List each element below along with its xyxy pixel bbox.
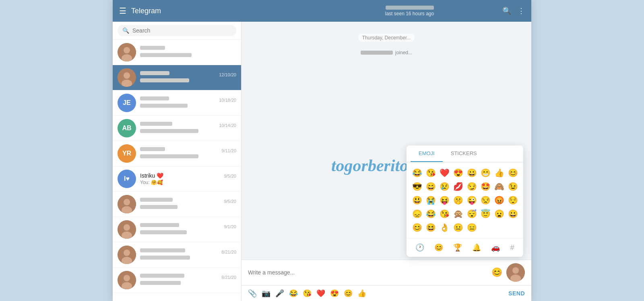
search-input[interactable] (132, 27, 231, 34)
chat-list-item[interactable]: ████████8/21/20████ ████ (113, 268, 241, 293)
chat-preview: ████ ███ (140, 154, 236, 160)
toolbar-row: 📎 📷 🎤 😂 😘 ❤️ 😍 😊 👍 SEND (242, 285, 531, 301)
message-input-row: 😊 (242, 260, 531, 285)
attach-icon[interactable]: 📎 (248, 289, 257, 298)
emoji-cell[interactable]: 😁 (479, 166, 492, 179)
header-icons: 🔍 ⋮ (502, 6, 525, 15)
chat-name: ████████ (140, 274, 184, 280)
emoji-cell[interactable]: 😃 (411, 194, 423, 207)
chat-list-item[interactable]: YR████████████████████9/11/20████ ███ (113, 141, 241, 166)
chat-list: ████ ████ ████████ ███████ ███ █████ ███… (113, 40, 241, 301)
chat-info: ███ █████ █████12/10/20████ ███████ (140, 71, 236, 84)
emoji-cell[interactable]: 😝 (438, 194, 451, 207)
emoji-cell[interactable]: 😂 (424, 207, 437, 220)
more-options-icon[interactable]: ⋮ (518, 6, 525, 15)
chat-preview: ████ ████ (140, 230, 236, 236)
emoji-cell[interactable]: 😍 (452, 166, 464, 179)
toolbar-emoji-5[interactable]: 😊 (344, 289, 353, 298)
avatar (118, 220, 136, 239)
toolbar-emoji-2[interactable]: 😘 (303, 289, 312, 298)
emoji-picker: EMOJI STICKERS 😂😘❤️😍😀😁👍😊😎😄😢💋😏🤩🙈😉😃😭😝🤫😜😒😡😌… (407, 145, 523, 257)
emoji-cell[interactable]: 👌 (438, 221, 451, 234)
emoji-category-row: 🕐😊🏆🔔🚗# (407, 238, 523, 257)
chat-time: 9/5/20 (224, 174, 236, 178)
chat-name: ███████ (140, 96, 169, 103)
emoji-cell[interactable]: 😘 (424, 166, 437, 179)
emoji-cell[interactable]: 😎 (411, 180, 423, 193)
emoji-picker-tabs: EMOJI STICKERS (407, 145, 523, 162)
emoji-cell[interactable]: 😊 (411, 221, 423, 234)
chat-name: ████ ████ ████ (140, 46, 165, 52)
emoji-cell[interactable]: ❤️ (438, 166, 451, 179)
emoji-cell[interactable]: 😐 (452, 221, 464, 234)
chat-time: 9/1/20 (224, 224, 236, 229)
emoji-cell[interactable]: 🤩 (479, 180, 492, 193)
emoji-cell[interactable]: 🤫 (452, 194, 464, 207)
system-msg-name (361, 51, 393, 55)
toolbar-emoji-6[interactable]: 👍 (357, 289, 366, 298)
chat-time: 10/14/20 (219, 123, 236, 128)
emoji-cell[interactable]: 😜 (465, 194, 478, 207)
emoji-cell[interactable]: 🙊 (452, 207, 464, 220)
header-chat-info: last seen 16 hours ago (317, 6, 502, 16)
chat-preview: ████ █████████ (140, 205, 236, 211)
emoji-cell[interactable]: 😇 (479, 207, 492, 220)
emoji-cell[interactable]: 😢 (438, 180, 451, 193)
toolbar-emoji-3[interactable]: ❤️ (316, 289, 325, 298)
emoji-category-icon[interactable]: 🚗 (489, 242, 502, 254)
emoji-cell[interactable]: 😆 (424, 221, 437, 234)
tab-emoji[interactable]: EMOJI (411, 145, 443, 162)
chat-name: Istriku ❤️ (140, 172, 163, 179)
emoji-cell[interactable]: 🙈 (493, 180, 506, 193)
emoji-cell[interactable]: 😄 (424, 180, 437, 193)
chat-time: 8/21/20 (221, 275, 236, 280)
emoji-cell[interactable]: 😀 (465, 166, 478, 179)
chat-list-item[interactable]: AB██████████10/14/20████ ███████ (113, 116, 241, 141)
emoji-cell[interactable]: 😘 (438, 207, 451, 220)
chat-info: ████████████9/5/20████ █████████ (140, 198, 236, 211)
emoji-cell[interactable]: 😦 (493, 207, 506, 220)
emoji-cell[interactable]: 😊 (506, 166, 519, 179)
tab-stickers[interactable]: STICKERS (443, 145, 485, 162)
emoji-cell[interactable]: 😀 (506, 207, 519, 220)
emoji-cell[interactable]: 😑 (465, 221, 478, 234)
avatar: AB (118, 119, 136, 137)
emoji-category-icon[interactable]: 🏆 (452, 242, 464, 254)
emoji-cell[interactable]: 😭 (424, 194, 437, 207)
chat-list-item[interactable]: ████████8/21/20████ ████ (113, 242, 241, 268)
emoji-cell[interactable]: 😡 (493, 194, 506, 207)
chat-list-item[interactable]: JE███████10/18/20████ ███████ (113, 90, 241, 116)
send-button[interactable]: SEND (508, 290, 525, 297)
camera-icon[interactable]: 📷 (262, 289, 270, 298)
chat-list-item[interactable]: ███ █████ █████12/10/20████ ███████ (113, 65, 241, 90)
emoji-cell[interactable]: 😞 (411, 207, 423, 220)
menu-icon[interactable]: ☰ (119, 6, 126, 16)
chat-list-item[interactable]: I♥Istriku ❤️9/5/20You: 🤗🥰 (113, 166, 241, 192)
emoji-category-icon[interactable]: 😊 (433, 242, 445, 254)
emoji-cell[interactable]: 😌 (506, 194, 519, 207)
chat-list-item[interactable]: ████ ████ ████████ ███████ (113, 40, 241, 65)
emoji-cell[interactable]: 💋 (452, 180, 464, 193)
avatar: I♥ (118, 170, 136, 188)
message-input[interactable] (248, 266, 487, 279)
chat-list-item[interactable]: ████████████9/5/20████ █████████ (113, 192, 241, 217)
emoji-category-icon[interactable]: 🔔 (471, 242, 483, 254)
user-avatar (506, 263, 525, 282)
mic-icon[interactable]: 🎤 (275, 289, 284, 298)
emoji-toggle-button[interactable]: 😊 (491, 267, 502, 278)
emoji-cell[interactable]: 😉 (506, 180, 519, 193)
emoji-cell[interactable]: 😂 (411, 166, 423, 179)
svg-point-10 (124, 224, 130, 231)
emoji-cell[interactable]: 😏 (465, 180, 478, 193)
chat-preview: ████ ████ (140, 281, 236, 287)
emoji-category-icon[interactable]: # (508, 242, 516, 254)
emoji-category-icon[interactable]: 🕐 (414, 242, 426, 254)
emoji-cell[interactable]: 😴 (465, 207, 478, 220)
emoji-grid: 😂😘❤️😍😀😁👍😊😎😄😢💋😏🤩🙈😉😃😭😝🤫😜😒😡😌😞😂😘🙊😴😇😦😀😊😆👌😐😑 (407, 162, 523, 238)
emoji-cell[interactable]: 😒 (479, 194, 492, 207)
toolbar-emoji-1[interactable]: 😂 (289, 289, 298, 298)
toolbar-emoji-4[interactable]: 😍 (330, 289, 339, 298)
emoji-cell[interactable]: 👍 (493, 166, 506, 179)
search-icon[interactable]: 🔍 (502, 6, 511, 15)
chat-list-item[interactable]: ████████9/1/20████ ████ (113, 217, 241, 242)
